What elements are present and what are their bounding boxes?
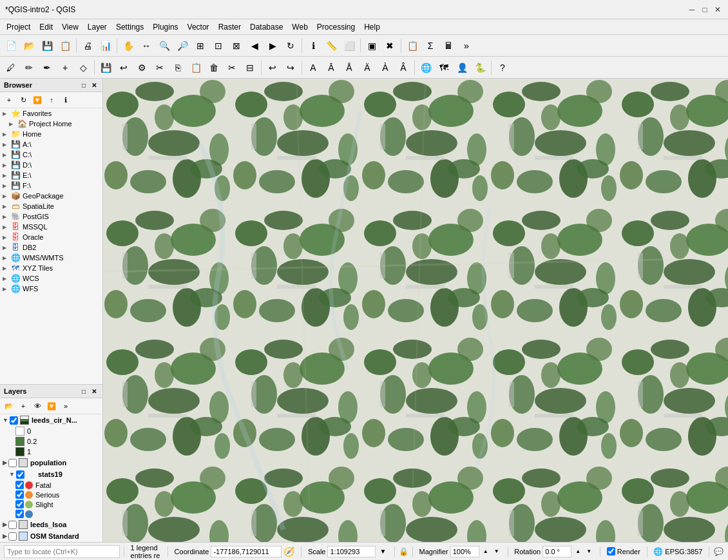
browser-filter-btn[interactable]: 🔽 <box>31 93 44 106</box>
scale-dropdown[interactable]: ▼ <box>378 543 388 560</box>
split-feature-button[interactable]: ⊟ <box>242 59 258 76</box>
browser-d-drive[interactable]: ▶ 💾 D:\ <box>0 160 102 170</box>
menu-processing[interactable]: Processing <box>313 21 359 33</box>
menu-settings[interactable]: Settings <box>112 21 148 33</box>
statistics-button[interactable]: Σ <box>422 37 439 54</box>
browser-project-home[interactable]: ▶ 🏠 Project Home <box>0 119 102 129</box>
zoom-in-button[interactable]: 🔍 <box>156 37 173 54</box>
add-layer-btn[interactable]: + <box>17 400 30 412</box>
wms-button[interactable]: 🌐 <box>417 59 434 76</box>
delete-feature-button[interactable]: 🗑 <box>206 59 222 76</box>
layers-close-btn[interactable]: ✕ <box>90 387 99 396</box>
messages-btn[interactable]: 💬 <box>713 543 724 560</box>
minimize-button[interactable]: ─ <box>687 5 697 15</box>
menu-help[interactable]: Help <box>360 21 384 33</box>
close-button[interactable]: ✕ <box>713 5 723 15</box>
zoom-next-button[interactable]: ▶ <box>264 37 281 54</box>
browser-wms[interactable]: ▶ 🌐 WMS/WMTS <box>0 253 102 263</box>
vertex-tool-button[interactable]: ◇ <box>75 59 91 76</box>
population-checkbox[interactable] <box>8 459 17 467</box>
copy-feature-button[interactable]: ⎘ <box>169 59 186 76</box>
browser-close-btn[interactable]: ✕ <box>90 81 99 90</box>
menu-project[interactable]: Project <box>3 21 34 33</box>
undo-button[interactable]: ↩ <box>264 59 281 76</box>
zoom-full-button[interactable]: ⊞ <box>192 37 209 54</box>
browser-add-btn[interactable]: + <box>3 93 15 106</box>
layers-collapse-btn[interactable]: □ <box>79 387 88 396</box>
refresh-button[interactable]: ↻ <box>282 37 299 54</box>
save-as-button[interactable]: 📋 <box>57 37 73 54</box>
browser-e-drive[interactable]: ▶ 💾 E:\ <box>0 170 102 180</box>
toggle-layers-btn[interactable]: 👁 <box>31 400 44 412</box>
label-button[interactable]: A <box>305 59 321 76</box>
menu-database[interactable]: Database <box>246 21 287 33</box>
rotation-down[interactable]: ▼ <box>584 548 593 555</box>
open-project-button[interactable]: 📂 <box>21 37 37 54</box>
identify-button[interactable]: ℹ <box>305 37 321 54</box>
add-feature-button[interactable]: + <box>57 59 73 76</box>
browser-collapse-btn[interactable]: □ <box>79 81 88 90</box>
lsoa-checkbox[interactable] <box>8 521 17 529</box>
menu-layer[interactable]: Layer <box>84 21 111 33</box>
help-button[interactable]: ? <box>494 59 511 76</box>
menu-vector[interactable]: Vector <box>184 21 213 33</box>
menu-plugins[interactable]: Plugins <box>149 21 182 33</box>
open-layer-btn[interactable]: 📂 <box>3 400 15 412</box>
epsg-item[interactable]: 🌐 EPSG:3857 <box>651 547 705 556</box>
layers-more-btn[interactable]: » <box>59 400 72 412</box>
scale-input[interactable] <box>327 546 376 557</box>
digitize-settings-button[interactable]: ⚙ <box>133 59 150 76</box>
new-project-button[interactable]: 📄 <box>3 37 19 54</box>
osm-checkbox[interactable] <box>8 532 17 541</box>
layer-leeds-lsoa[interactable]: ▶ leeds_lsoa <box>0 519 102 530</box>
more-button[interactable]: » <box>458 37 475 54</box>
browser-f-drive[interactable]: ▶ 💾 F:\ <box>0 180 102 191</box>
save-layer-button[interactable]: 💾 <box>97 59 114 76</box>
deselect-button[interactable]: ✖ <box>381 37 398 54</box>
zoom-layer-button[interactable]: ⊡ <box>210 37 227 54</box>
zoom-selection-button[interactable]: ⊠ <box>228 37 245 54</box>
browser-oracle[interactable]: ▶ 🗄 Oracle <box>0 232 102 242</box>
magnifier-down[interactable]: ▼ <box>492 548 501 555</box>
menu-web[interactable]: Web <box>288 21 311 33</box>
print-layout-button[interactable]: 🖨 <box>79 37 96 54</box>
current-edits-button[interactable]: 🖊 <box>3 59 19 76</box>
render-checkbox[interactable] <box>607 547 615 555</box>
browser-wcs[interactable]: ▶ 🌐 WCS <box>0 273 102 284</box>
layer-osm[interactable]: ▶ OSM Standard <box>0 530 102 542</box>
rotation-input[interactable] <box>542 546 571 557</box>
select-button[interactable]: ▣ <box>363 37 380 54</box>
zoom-previous-button[interactable]: ◀ <box>246 37 263 54</box>
fatal-checkbox[interactable] <box>15 481 24 489</box>
pan-map-arrow-button[interactable]: ↔ <box>138 37 155 54</box>
pan-map-button[interactable]: ✋ <box>120 37 137 54</box>
browser-spatialite[interactable]: ▶ 🗃 SpatiaLite <box>0 201 102 211</box>
stats19-checkbox[interactable] <box>16 470 24 479</box>
save-project-button[interactable]: 💾 <box>39 37 55 54</box>
rotation-up[interactable]: ▲ <box>573 548 582 555</box>
report-button[interactable]: 📊 <box>97 37 114 54</box>
browser-a-drive[interactable]: ▶ 💾 A:\ <box>0 139 102 150</box>
redo-button[interactable]: ↪ <box>282 59 299 76</box>
edit-layer-button[interactable]: ✏ <box>21 59 37 76</box>
browser-c-drive[interactable]: ▶ 💾 C:\ <box>0 150 102 160</box>
slight-checkbox[interactable] <box>15 500 24 508</box>
coordinate-input[interactable] <box>211 546 282 557</box>
maximize-button[interactable]: □ <box>700 5 710 15</box>
magnifier-up[interactable]: ▲ <box>481 548 490 555</box>
label5-button[interactable]: À <box>377 59 394 76</box>
browser-refresh-btn[interactable]: ↻ <box>17 93 30 106</box>
layer-population[interactable]: ▶ population <box>0 457 102 468</box>
open-table-button[interactable]: 📋 <box>404 37 421 54</box>
menu-view[interactable]: View <box>58 21 82 33</box>
serious-checkbox[interactable] <box>15 490 24 499</box>
menu-raster[interactable]: Raster <box>215 21 245 33</box>
browser-xyz[interactable]: ▶ 🗺 XYZ Tiles <box>0 263 102 273</box>
map-area[interactable] <box>103 79 728 542</box>
digitize-button[interactable]: ✒ <box>39 59 55 76</box>
python-button[interactable]: 🐍 <box>472 59 488 76</box>
blue-checkbox[interactable] <box>15 510 24 518</box>
browser-db2[interactable]: ▶ 🗄 DB2 <box>0 242 102 253</box>
layer-leeds-cir[interactable]: ▼ leeds_cir_N... <box>0 414 102 426</box>
wcs-button[interactable]: 👤 <box>454 59 470 76</box>
